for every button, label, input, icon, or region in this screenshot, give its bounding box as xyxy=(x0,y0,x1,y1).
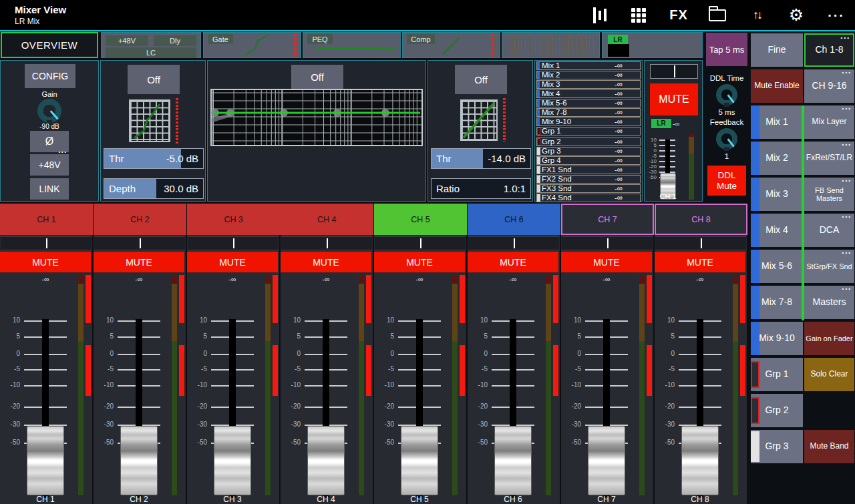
apps-grid-icon[interactable] xyxy=(628,0,649,30)
tap-tempo-button[interactable]: Tap 5 ms xyxy=(706,33,747,66)
send-row[interactable]: Mix 5-6 -∞ xyxy=(536,99,641,107)
send-row[interactable]: Mix 7-8 -∞ xyxy=(536,108,641,117)
ddl-time-knob[interactable] xyxy=(716,84,737,105)
overview-faders-section[interactable] xyxy=(502,32,600,58)
master-pan-slider[interactable] xyxy=(650,64,698,79)
send-row[interactable]: Mix 2 -∞ xyxy=(536,71,641,79)
sidebar-layer-mix-5-6[interactable]: Mix 5-6 xyxy=(751,250,803,283)
peq-curve-graph[interactable] xyxy=(210,89,423,146)
send-row[interactable]: FX4 Snd -∞ xyxy=(536,194,641,202)
send-row[interactable]: Grp 4 -∞ xyxy=(536,156,641,165)
channel-mute-button[interactable]: MUTE xyxy=(468,252,558,272)
sidebar-view-masters[interactable]: Masters••• xyxy=(804,286,854,319)
channel-fader-handle[interactable] xyxy=(494,426,532,495)
options-dots[interactable]: ••• xyxy=(841,35,850,41)
channel-header[interactable]: CH 3CH 4 xyxy=(187,204,374,235)
channel-pan-slider[interactable] xyxy=(94,236,185,250)
options-dots[interactable]: ••• xyxy=(842,178,852,184)
channel-header[interactable]: CH 7 xyxy=(561,204,655,235)
overview-output-section[interactable]: LR xyxy=(602,32,703,58)
config-button[interactable]: CONFIG xyxy=(25,64,75,88)
overview-lowcut-button[interactable]: LC xyxy=(106,47,196,58)
sidebar-layer-fine[interactable]: Fine xyxy=(751,33,803,67)
channel-fader-handle[interactable] xyxy=(120,426,158,495)
options-dots[interactable]: ••• xyxy=(842,106,852,112)
channel-pan-slider[interactable] xyxy=(468,236,559,250)
channel-pan-slider[interactable] xyxy=(375,236,466,250)
channel-pan-slider[interactable] xyxy=(655,236,746,250)
sidebar-layer-mute-enable[interactable]: Mute Enable xyxy=(751,69,803,103)
channel-mute-button[interactable]: MUTE xyxy=(0,252,91,272)
ddl-mute-button[interactable]: DDL Mute xyxy=(707,166,746,196)
gate-state-button[interactable]: Off xyxy=(128,65,180,94)
master-mute-button[interactable]: MUTE xyxy=(650,83,698,115)
channel-pan-slider[interactable] xyxy=(281,236,372,250)
send-row[interactable]: FX1 Snd -∞ xyxy=(536,166,641,174)
sidebar-view-solo-clear[interactable]: Solo Clear xyxy=(804,358,854,391)
sidebar-view-ch-9-16[interactable]: CH 9-16••• xyxy=(804,69,854,103)
sidebar-view-fxret-st-lr[interactable]: FxRet/ST/LR••• xyxy=(804,142,854,175)
send-row[interactable]: Mix 4 -∞ xyxy=(536,89,641,98)
gate-curve-graph[interactable] xyxy=(129,99,170,142)
channel-pan-slider[interactable] xyxy=(562,236,653,250)
sidebar-layer-mix-4[interactable]: Mix 4 xyxy=(751,214,803,247)
send-row[interactable]: Grp 1 -∞ xyxy=(536,127,641,136)
send-row[interactable]: FX2 Snd -∞ xyxy=(536,175,641,184)
send-row[interactable]: Grp 2 -∞ xyxy=(536,138,641,146)
send-row[interactable]: Grp 3 -∞ xyxy=(536,147,641,156)
channel-header[interactable]: CH 6 xyxy=(468,204,561,235)
send-row[interactable]: Mix 9-10 -∞ xyxy=(536,117,641,126)
sidebar-layer-grp-1[interactable]: Grp 1 xyxy=(751,358,803,391)
fx-icon[interactable]: FX xyxy=(665,0,692,30)
options-dots[interactable]: ••• xyxy=(842,286,852,292)
overview-comp-section[interactable]: Comp xyxy=(402,32,500,58)
sidebar-view-dca[interactable]: DCA••• xyxy=(804,214,854,247)
sidebar-layer-mix-1[interactable]: Mix 1 xyxy=(751,105,803,139)
sidebar-layer-mix-9-10[interactable]: Mix 9-10 xyxy=(751,322,803,355)
settings-gear-icon[interactable]: ⚙ xyxy=(784,0,808,30)
comp-state-button[interactable]: Off xyxy=(455,65,507,94)
sidebar-view-ch-1-8[interactable]: Ch 1-8••• xyxy=(804,33,854,67)
overview-delay-button[interactable]: Dly xyxy=(154,35,196,46)
channel-fader-handle[interactable] xyxy=(588,426,625,495)
ddl-feedback-knob[interactable] xyxy=(716,128,737,150)
sidebar-view-stgrp-fx-snd[interactable]: StGrp/FX Snd••• xyxy=(804,250,854,283)
sidebar-view-gain-on-fader[interactable]: Gain on Fader xyxy=(804,322,854,355)
sidebar-view-mix-layer[interactable]: Mix Layer••• xyxy=(804,105,854,139)
channel-mute-button[interactable]: MUTE xyxy=(281,252,371,272)
channel-mute-button[interactable]: MUTE xyxy=(561,252,652,272)
channel-fader-handle[interactable] xyxy=(27,426,64,495)
options-dots[interactable]: ••• xyxy=(842,214,852,220)
gain-knob[interactable] xyxy=(37,99,61,123)
overview-peq-section[interactable]: PEQ xyxy=(303,32,401,58)
comp-threshold-slider[interactable]: Thr -14.0 dB xyxy=(431,148,531,169)
comp-curve-graph[interactable] xyxy=(460,99,498,141)
peq-state-button[interactable]: Off xyxy=(291,65,343,89)
send-row[interactable]: FX3 Snd -∞ xyxy=(536,184,641,193)
channel-header[interactable]: CH 5 xyxy=(374,204,468,235)
channel-fader-handle[interactable] xyxy=(401,426,438,495)
channel-mute-button[interactable]: MUTE xyxy=(94,252,184,272)
sidebar-view-mute-band[interactable]: Mute Band xyxy=(804,430,854,463)
folder-icon[interactable] xyxy=(705,0,729,30)
send-row[interactable]: Mix 1 -∞ xyxy=(536,61,641,70)
channel-header[interactable]: CH 2 xyxy=(94,204,187,235)
options-dots[interactable]: ••• xyxy=(842,70,852,76)
gate-threshold-slider[interactable]: Thr -5.0 dB xyxy=(104,148,204,169)
gate-depth-slider[interactable]: Depth 30.0 dB xyxy=(104,178,204,199)
comp-ratio-slider[interactable]: Ratio 1.0:1 xyxy=(431,178,531,199)
channel-header[interactable]: CH 8 xyxy=(655,204,748,235)
overview-phantom-button[interactable]: +48V xyxy=(106,35,148,46)
meters-icon[interactable] xyxy=(589,0,611,30)
channel-fader-handle[interactable] xyxy=(214,426,251,495)
sidebar-layer-mix-2[interactable]: Mix 2 xyxy=(751,142,803,175)
sidebar-layer-grp-3[interactable]: Grp 3 xyxy=(751,430,803,463)
channel-fader-handle[interactable] xyxy=(307,426,345,495)
options-dots[interactable]: ••• xyxy=(842,142,852,148)
options-dots[interactable]: ••• xyxy=(842,250,852,256)
link-button[interactable]: LINK xyxy=(30,178,69,200)
channel-mute-button[interactable]: MUTE xyxy=(655,252,745,272)
channel-header[interactable]: CH 1 xyxy=(0,204,94,235)
sidebar-layer-grp-2[interactable]: Grp 2 xyxy=(751,394,803,427)
overview-gate-section[interactable]: Gate xyxy=(203,32,301,58)
